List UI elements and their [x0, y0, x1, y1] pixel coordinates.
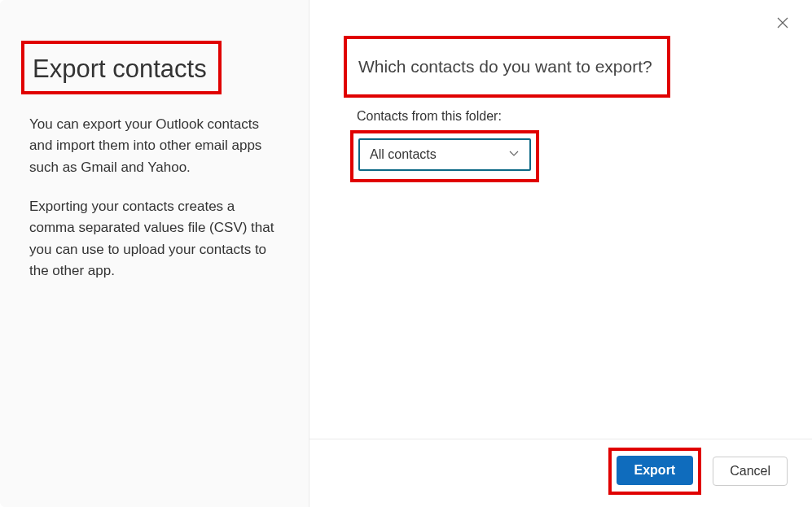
folder-select-value: All contacts	[370, 147, 437, 162]
title-highlight-box: Export contacts	[21, 41, 222, 94]
right-form-panel: Which contacts do you want to export? Co…	[309, 0, 812, 507]
export-button[interactable]: Export	[617, 456, 694, 485]
chevron-down-icon	[508, 147, 520, 162]
close-icon	[777, 17, 788, 32]
description-paragraph-1: You can export your Outlook contacts and…	[29, 114, 279, 178]
description-paragraph-2: Exporting your contacts creates a comma …	[29, 196, 279, 282]
question-highlight-box: Which contacts do you want to export?	[344, 36, 670, 98]
select-highlight-box: All contacts	[350, 130, 539, 182]
dialog-footer: Export Cancel	[309, 439, 812, 507]
close-button[interactable]	[775, 16, 791, 33]
left-info-panel: Export contacts You can export your Outl…	[0, 0, 309, 507]
cancel-button[interactable]: Cancel	[713, 457, 788, 486]
export-question: Which contacts do you want to export?	[358, 57, 652, 76]
export-highlight-box: Export	[608, 448, 702, 495]
form-content: Which contacts do you want to export? Co…	[309, 0, 812, 439]
folder-select-label: Contacts from this folder:	[357, 109, 766, 124]
export-contacts-dialog: Export contacts You can export your Outl…	[0, 0, 812, 507]
panel-title: Export contacts	[33, 55, 207, 83]
folder-select-dropdown[interactable]: All contacts	[358, 138, 531, 171]
